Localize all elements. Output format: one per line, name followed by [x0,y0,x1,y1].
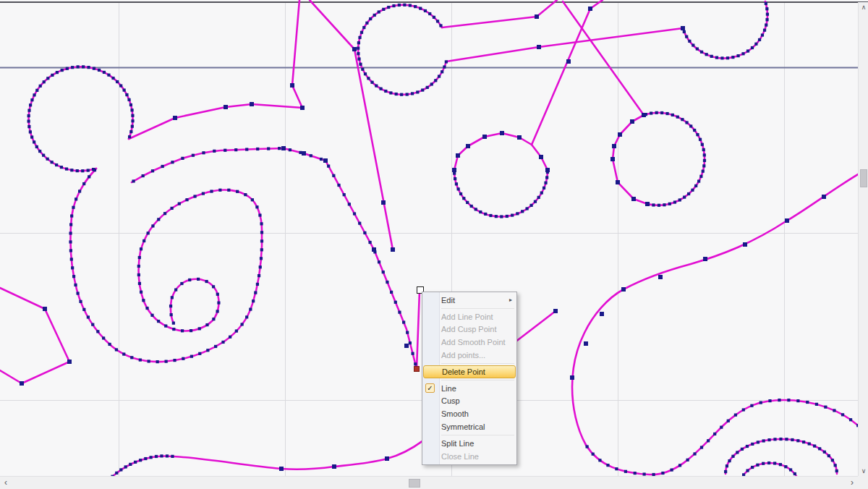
path-star-spoke-4 [563,1,644,115]
menu-item-close-line: Close Line [422,450,516,463]
scroll-left-icon[interactable]: ‹ [1,477,10,489]
menu-item-add-line-point: Add Line Point [422,310,516,323]
path-peak [310,0,393,250]
menu-item-delete-point[interactable]: Delete Point [423,365,516,378]
menu-item-add-cusp-point: Add Cusp Point [422,323,516,336]
path-stem [417,291,420,369]
path-sweep-upper [572,169,868,445]
menu-separator [441,435,514,435]
path-circle-right-dense [644,113,705,205]
scroll-up-icon[interactable]: ∧ [859,4,868,11]
path-ridge [129,0,302,139]
menu-item-split-line[interactable]: Split Line [422,437,516,450]
menu-item-cusp[interactable]: Cusp [422,395,516,408]
menu-item-edit[interactable]: Edit▸ [422,294,516,307]
path-spur [132,148,417,369]
menu-separator [441,363,514,364]
vertical-scrollbar[interactable]: ∧ ∨ [858,2,868,476]
menu-item-label: Delete Point [442,367,485,376]
path-star-spoke-3 [532,0,603,145]
menu-item-line[interactable]: Line✓ [422,382,516,395]
path-diamond [0,288,69,383]
path-circle-mid-bottom [454,170,548,217]
checkmark-icon: ✓ [425,383,435,393]
menu-item-smooth[interactable]: Smooth [422,407,516,420]
menu-item-label: Line [441,384,456,393]
menu-item-label: Split Line [441,439,474,448]
horizontal-scrollbar[interactable]: ‹ › [0,476,858,489]
menu-separator [441,308,514,309]
menu-item-label: Add Line Point [441,312,493,321]
menu-item-label: Close Line [441,452,479,461]
menu-item-add-smooth-point: Add Smooth Point [422,336,516,349]
menu-separator [441,380,514,380]
menu-item-label: Add points... [441,351,485,360]
menu-item-add-points: Add points... [422,349,516,362]
scrollbar-corner [858,476,868,489]
menu-item-label: Add Smooth Point [441,338,506,346]
path-arc-top-right [683,1,767,58]
path-star-spoke-1 [442,0,557,27]
path-star-spoke-2 [446,28,683,61]
menu-item-label: Symmetrical [441,422,485,431]
menu-item-label: Add Cusp Point [441,325,496,333]
submenu-arrow-icon: ▸ [509,297,512,303]
menu-item-label: Cusp [441,396,460,405]
scroll-right-icon[interactable]: › [848,477,856,489]
canvas-viewport[interactable]: Edit▸Add Line PointAdd Cusp PointAdd Smo… [0,0,868,489]
hovered-point-marker [414,367,420,372]
context-menu: Edit▸Add Line PointAdd Cusp PointAdd Smo… [422,292,517,465]
vertical-scrollbar-thumb[interactable] [860,169,867,187]
path-dome-middle [726,439,837,474]
menu-item-symmetrical[interactable]: Symmetrical [422,420,516,433]
horizontal-scrollbar-thumb[interactable] [409,479,420,488]
menu-item-label: Edit [441,296,455,305]
scroll-down-icon[interactable]: ∨ [859,467,868,475]
menu-item-label: Smooth [441,409,469,418]
